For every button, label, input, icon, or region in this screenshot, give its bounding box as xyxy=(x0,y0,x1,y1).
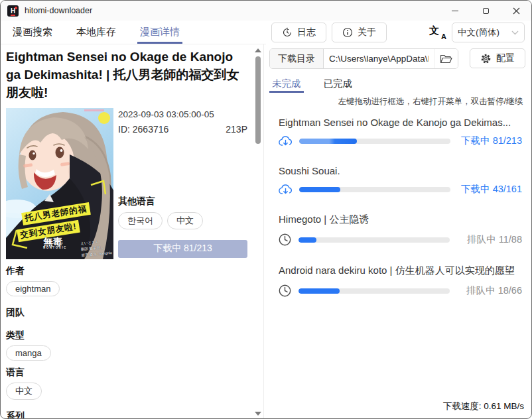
log-button-label: 日志 xyxy=(297,27,316,38)
config-button[interactable]: 配置 xyxy=(470,48,525,68)
queue-item-title: Eightman Sensei no Okage de Kanojo ga De… xyxy=(279,117,525,128)
progress-fill xyxy=(299,187,340,192)
window-title: hitomi-downloader xyxy=(25,6,92,15)
main-area: Eightman Sensei no Okage de Kanojo ga De… xyxy=(1,44,531,419)
language-select[interactable]: 中文(简体) xyxy=(452,23,525,42)
progress-fill xyxy=(299,237,316,243)
chevron-down-icon xyxy=(511,30,519,35)
nav-row: 漫画搜索 本地库存 漫画详情 日志 关于 文A 中文(简体) xyxy=(1,21,531,44)
app-icon: H xyxy=(7,5,19,17)
progress-fill xyxy=(299,139,357,144)
progress-bar xyxy=(299,237,450,243)
config-button-label: 配置 xyxy=(496,52,515,64)
tab-manga-search[interactable]: 漫画搜索 xyxy=(6,21,59,44)
cloud-download-icon xyxy=(278,135,293,147)
maximize-icon xyxy=(483,8,489,14)
language-tag[interactable]: 中文 xyxy=(6,383,42,400)
queue-item[interactable]: Himegoto | 公主隐诱 排队中 11/88 xyxy=(269,213,525,247)
page-count: 213P xyxy=(226,124,247,135)
queue-item-title: Soushi Souai. xyxy=(279,165,525,176)
meta-section-type: 类型 manga xyxy=(6,329,247,361)
gear-icon xyxy=(480,53,492,64)
meta-section-artist: 作者 eightman xyxy=(6,265,247,296)
queue-item-title: Himegoto | 公主隐诱 xyxy=(279,213,525,226)
language-label: 语言 xyxy=(6,367,247,379)
meta-section-series: 系列 xyxy=(6,410,247,419)
clock-icon xyxy=(278,284,292,298)
nav-actions: 日志 关于 文A 中文(简体) xyxy=(266,21,531,44)
download-dir-input[interactable] xyxy=(324,49,434,68)
queue-tabs: 未完成 已完成 xyxy=(269,75,525,93)
artist-tag[interactable]: eightman xyxy=(6,281,60,296)
progress-fill xyxy=(299,288,340,294)
queue-item-status: 下载中 43/161 xyxy=(457,183,525,196)
tab-manga-detail[interactable]: 漫画详情 xyxy=(133,21,186,44)
gallery-id: ID: 2663716 xyxy=(118,124,168,135)
log-button[interactable]: 日志 xyxy=(271,23,326,42)
download-queue-panel: 下载目录 配置 未完成 已完成 xyxy=(264,44,532,419)
history-icon xyxy=(282,27,293,38)
scrollbar-up-arrow[interactable] xyxy=(255,48,261,52)
queue-item[interactable]: Android nara dekiru koto | 仿生机器人可以实现的愿望 … xyxy=(269,265,525,298)
cover-credits: えいとまん 翻訳 繁子憩し 嵌字 森魚, hangnio xyxy=(80,238,112,258)
open-folder-button[interactable] xyxy=(434,49,458,68)
queue-item[interactable]: Soushi Souai. 下载中 43/161 xyxy=(269,165,525,196)
close-button[interactable] xyxy=(501,1,531,21)
upload-date: 2023-09-03 03:05:00-05 xyxy=(118,109,247,119)
manga-title: Eightman Sensei no Okage de Kanojo ga De… xyxy=(6,48,247,102)
download-dir-button[interactable]: 下载目录 xyxy=(270,49,324,68)
about-button[interactable]: 关于 xyxy=(332,23,387,42)
tab-incomplete[interactable]: 未完成 xyxy=(271,75,302,93)
series-label: 系列 xyxy=(6,410,247,419)
queue-hint-text: 左键拖动进行框选，右键打开菜单，双击暂停/继续 xyxy=(269,96,525,107)
queue-item-status: 下载中 81/213 xyxy=(457,135,525,147)
tab-completed[interactable]: 已完成 xyxy=(322,75,354,93)
scrollbar-down-arrow[interactable] xyxy=(255,412,261,416)
language-tag-chinese[interactable]: 中文 xyxy=(167,212,203,229)
queue-list: Eightman Sensei no Okage de Kanojo ga De… xyxy=(269,117,525,298)
main-tabs: 漫画搜索 本地库存 漫画详情 xyxy=(1,21,266,44)
queue-item-title: Android nara dekiru koto | 仿生机器人可以实现的愿望 xyxy=(279,265,525,277)
maximize-button[interactable] xyxy=(470,1,501,21)
queue-item-status: 排队中 18/66 xyxy=(456,284,525,297)
other-languages-tags: 한국어 中文 xyxy=(118,212,247,229)
download-speed: 下载速度: 0.61 MB/s xyxy=(443,400,524,412)
cover-logo-sub: NONTOXIC xyxy=(43,247,67,250)
downloading-button[interactable]: 下载中 81/213 xyxy=(118,240,247,258)
clock-icon xyxy=(278,233,292,247)
window-controls xyxy=(440,1,531,21)
language-area: 文A 中文(简体) xyxy=(429,23,525,42)
minimize-icon xyxy=(452,11,458,11)
language-select-value: 中文(简体) xyxy=(458,27,499,38)
left-panel-scrollbar[interactable] xyxy=(253,46,262,418)
cover-logo: 無毒 NONTOXIC xyxy=(43,237,67,250)
artist-label: 作者 xyxy=(6,265,247,277)
progress-bar xyxy=(299,187,450,192)
type-label: 类型 xyxy=(6,329,247,341)
title-bar: H hitomi-downloader xyxy=(1,1,531,21)
download-dir-toolbar: 下载目录 配置 xyxy=(269,48,525,69)
info-icon xyxy=(342,27,353,38)
about-button-label: 关于 xyxy=(358,27,376,38)
group-label: 团队 xyxy=(6,307,247,319)
type-tag[interactable]: manga xyxy=(6,345,51,361)
detail-info-column: 2023-09-03 03:05:00-05 ID: 2663716 213P … xyxy=(118,108,247,259)
queue-item[interactable]: Eightman Sensei no Okage de Kanojo ga De… xyxy=(269,117,525,147)
metadata-sections: 作者 eightman 团队 类型 manga 语言 中文 系列 角色 xyxy=(6,265,247,419)
scrollbar-thumb[interactable] xyxy=(255,56,261,144)
folder-icon xyxy=(440,54,452,64)
tab-local-library[interactable]: 本地库存 xyxy=(70,21,123,44)
detail-content-row: 托八男老師的福 交到女朋友啦! 無毒 NONTOXIC えいとまん 翻訳 繁子憩… xyxy=(6,108,247,259)
download-dir-group: 下载目录 xyxy=(269,48,458,69)
manga-detail-panel: Eightman Sensei no Okage de Kanojo ga De… xyxy=(1,44,264,419)
other-languages-label: 其他语言 xyxy=(118,196,247,208)
minimize-button[interactable] xyxy=(440,1,470,21)
progress-bar xyxy=(299,288,450,294)
cover-image[interactable]: 托八男老師的福 交到女朋友啦! 無毒 NONTOXIC えいとまん 翻訳 繁子憩… xyxy=(6,108,113,259)
language-tag-korean[interactable]: 한국어 xyxy=(118,212,163,229)
meta-section-group: 团队 xyxy=(6,307,247,319)
translate-icon: 文A xyxy=(429,25,446,40)
close-icon xyxy=(513,7,520,15)
queue-item-status: 排队中 11/88 xyxy=(456,233,525,246)
meta-section-language: 语言 中文 xyxy=(6,367,247,400)
